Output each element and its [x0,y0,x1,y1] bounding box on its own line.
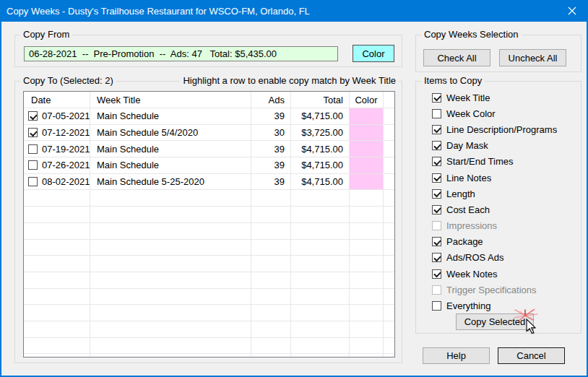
item-label: Start/End Times [446,156,513,167]
row-ads: 39 [251,174,291,190]
item-label: Day Mask [446,140,488,151]
table-empty-row [24,190,394,207]
window-title: Copy Weeks - Dusty's Trailhouse Restaura… [0,6,310,17]
row-checkbox[interactable] [28,160,38,170]
item-label: Week Notes [446,269,498,280]
row-checkbox[interactable] [28,111,38,121]
row-total: $3,725.00 [291,125,350,141]
row-color-swatch [350,174,383,190]
item-checkbox[interactable] [432,157,441,166]
item-checkbox[interactable] [432,125,441,134]
item-checkbox[interactable] [432,237,441,246]
item-checkbox [432,221,441,230]
item-checkbox[interactable] [432,173,441,183]
copy-to-label: Copy To (Selected: 2) [20,75,116,87]
close-icon[interactable] [555,0,588,22]
row-date: 08-02-2021 [42,176,90,187]
selection-label: Copy Weeks Selection [421,29,522,40]
table-row[interactable]: 07-26-2021 Main Schedule 39 $4,715.00 [24,157,394,174]
copy-item-row[interactable]: Length [432,186,578,202]
copy-item-row[interactable]: Line Notes [432,170,578,186]
table-body: 07-05-2021 Main Schedule 39 $4,715.00 07… [24,108,394,358]
copy-item-row[interactable]: Everything [432,298,578,313]
table-empty-row [24,223,394,240]
item-label: Impressions [446,220,497,231]
row-color-swatch [350,125,383,141]
copy-item-row[interactable]: Start/End Times [432,154,578,170]
item-checkbox[interactable] [432,269,441,279]
copy-weeks-dialog: Copy Weeks - Dusty's Trailhouse Restaura… [0,0,588,377]
row-checkbox[interactable] [28,144,38,154]
table-row[interactable]: 07-12-2021 Main Schedule 5/4/2020 30 $3,… [24,125,394,142]
item-label: Cost Each [446,204,490,215]
copy-from-summary: 06-28-2021 -- Pre-Promotion -- Ads: 47 T… [24,46,338,61]
table-header-row: Date Week Title Ads Total Color [24,92,394,108]
row-week-title: Main Schedule [90,157,251,173]
col-header-ads: Ads [251,92,291,108]
row-ads: 39 [251,141,291,157]
item-checkbox[interactable] [432,253,441,262]
color-button[interactable]: Color [353,45,394,62]
copy-item-row: Trigger Specifications [432,282,578,298]
row-color-swatch [350,108,383,124]
copy-weeks-selection-group: Copy Weeks Selection Check All Uncheck A… [415,35,581,72]
row-date: 07-26-2021 [42,160,90,170]
copy-from-group: Copy From 06-28-2021 -- Pre-Promotion --… [14,35,402,67]
check-all-button[interactable]: Check All [423,49,490,66]
row-total: $4,715.00 [291,174,350,190]
uncheck-all-button[interactable]: Uncheck All [499,49,566,66]
table-empty-row [24,207,394,223]
copy-item-row: Impressions [432,218,578,234]
item-label: Ads/ROS Ads [446,252,503,263]
table-empty-row [24,256,394,272]
table-row[interactable]: 07-05-2021 Main Schedule 39 $4,715.00 [24,108,394,125]
table-row[interactable]: 07-19-2021 Main Schedule 39 $4,715.00 [24,141,394,157]
item-checkbox[interactable] [432,93,441,103]
copy-item-row[interactable]: Cost Each [432,202,578,217]
table-empty-row [24,338,394,355]
row-ads: 30 [251,125,291,141]
table-empty-row [24,354,394,358]
item-checkbox[interactable] [432,189,441,199]
row-total: $4,715.00 [291,157,350,173]
item-label: Line Notes [446,173,491,183]
item-label: Everything [446,300,490,311]
item-checkbox[interactable] [432,205,441,214]
item-label: Trigger Specifications [446,285,537,295]
table-empty-row [24,272,394,289]
dialog-body: Copy From 06-28-2021 -- Pre-Promotion --… [0,22,588,376]
row-checkbox[interactable] [28,128,38,137]
row-ads: 39 [251,108,291,124]
copy-to-hint: Highlight a row to enable copy match by … [180,75,399,87]
copy-item-row[interactable]: Week Color [432,105,578,121]
row-ads: 39 [251,157,291,173]
row-color-swatch [350,141,383,157]
items-to-copy-group: Items to Copy Week Title Week Color Line… [415,81,581,334]
table-empty-row [24,321,394,338]
item-checkbox[interactable] [432,141,441,150]
titlebar[interactable]: Copy Weeks - Dusty's Trailhouse Restaura… [0,0,588,22]
row-week-title: Main Schedule 5/4/2020 [90,125,251,141]
table-row[interactable]: 08-02-2021 Main Schedule 5-25-2020 39 $4… [24,174,394,191]
copy-item-row[interactable]: Line Description/Programs [432,121,578,137]
copy-item-row[interactable]: Day Mask [432,138,578,154]
col-header-date: Date [24,92,90,108]
help-button[interactable]: Help [423,347,490,364]
cancel-button[interactable]: Cancel [498,347,565,364]
row-color-swatch [350,157,383,173]
item-checkbox[interactable] [432,301,441,311]
item-checkbox[interactable] [432,109,441,118]
copy-item-row[interactable]: Week Title [432,90,578,105]
copy-to-group: Copy To (Selected: 2) Highlight a row to… [14,81,402,363]
row-checkbox[interactable] [28,177,38,186]
copy-selected-button[interactable]: Copy Selected [456,313,534,330]
item-checkbox [432,285,441,295]
item-label: Week Title [446,92,490,103]
row-week-title: Main Schedule [90,108,251,124]
copy-item-row[interactable]: Week Notes [432,266,578,282]
row-date: 07-19-2021 [42,144,90,155]
table-empty-row [24,305,394,321]
copy-item-row[interactable]: Ads/ROS Ads [432,250,578,266]
copy-item-row[interactable]: Package [432,234,578,250]
copy-from-label: Copy From [20,29,72,40]
